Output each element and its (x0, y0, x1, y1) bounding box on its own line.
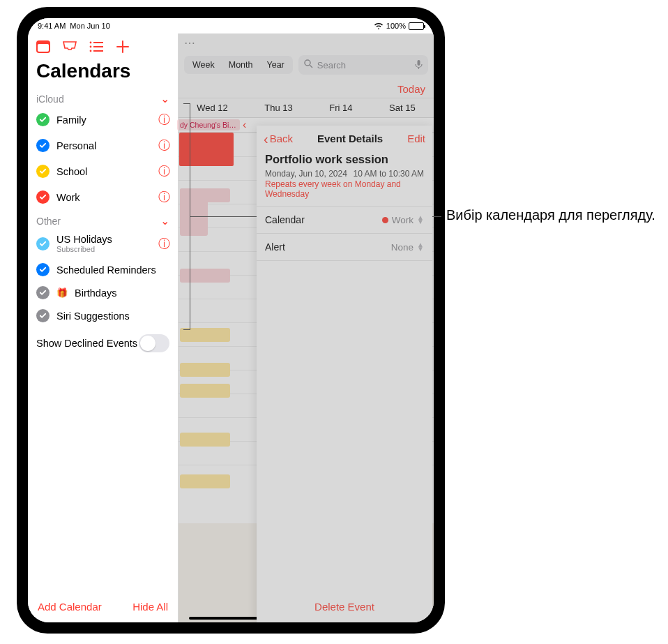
check-icon (36, 139, 50, 152)
gift-icon: 🎁 (56, 287, 68, 298)
seg-month[interactable]: Month (222, 57, 260, 73)
chevron-left-icon: ‹ (240, 119, 249, 131)
calendar-picker-row[interactable]: Calendar Work ▲▼ (257, 207, 432, 234)
add-icon[interactable] (114, 39, 131, 54)
info-icon[interactable]: ⓘ (157, 236, 171, 252)
event-time: 10 AM to 10:30 AM (354, 169, 424, 179)
popover-title: Event Details (317, 133, 383, 144)
main-area: ⋯ Week Month Year Search (179, 33, 434, 622)
chevron-down-icon: ⌄ (160, 214, 169, 227)
back-button[interactable]: ‹ Back (264, 133, 293, 144)
section-other[interactable]: Other ⌄ (28, 210, 178, 229)
view-segmented[interactable]: Week Month Year (184, 56, 293, 74)
today-button[interactable]: Today (397, 83, 425, 95)
callout-text: Вибір календаря для перегляду. (446, 206, 655, 225)
info-icon[interactable]: ⓘ (157, 137, 171, 153)
svg-rect-7 (93, 50, 103, 52)
status-bar: 9:41 AM Mon Jun 10 100% (28, 18, 434, 33)
check-icon (36, 286, 50, 299)
updown-icon: ▲▼ (417, 216, 424, 224)
updown-icon: ▲▼ (417, 243, 424, 251)
edit-button[interactable]: Edit (407, 133, 425, 144)
check-icon (36, 113, 50, 126)
more-icon[interactable]: ⋯ (179, 33, 434, 52)
svg-rect-1 (38, 44, 49, 52)
sidebar: Calendars iCloud ⌄ Family ⓘ Personal ⓘ (28, 33, 179, 622)
callout: Вибір календаря для перегляду. (446, 206, 655, 225)
screen: 9:41 AM Mon Jun 10 100% (28, 18, 434, 622)
calendar-color-dot (382, 217, 388, 223)
row-label: Alert (265, 241, 285, 253)
search-input[interactable]: Search (298, 55, 428, 75)
section-label: Other (36, 216, 61, 227)
check-icon (36, 165, 50, 178)
calendar-view-icon[interactable] (35, 39, 52, 54)
event-block[interactable] (180, 363, 230, 377)
calendar-item-family[interactable]: Family ⓘ (28, 107, 178, 133)
row-label: Calendar (265, 214, 305, 225)
wifi-icon (374, 22, 384, 31)
section-icloud[interactable]: iCloud ⌄ (28, 88, 178, 107)
search-icon (304, 59, 313, 70)
calendar-item-school[interactable]: School ⓘ (28, 158, 178, 184)
svg-rect-3 (93, 42, 103, 43)
cal-sub-text: Subscribed (56, 245, 150, 253)
info-icon[interactable]: ⓘ (157, 112, 171, 128)
cal-label-text: US Holidays (56, 234, 150, 245)
event-name: Portfolio work session (265, 153, 424, 169)
check-icon (36, 237, 50, 250)
calendar-item-reminders[interactable]: Scheduled Reminders (28, 258, 178, 281)
calendar-item-siri[interactable]: Siri Suggestions (28, 304, 178, 327)
seg-year[interactable]: Year (259, 57, 291, 73)
alert-picker-row[interactable]: Alert None ▲▼ (257, 234, 432, 261)
sidebar-title: Calendars (28, 56, 178, 88)
check-icon (36, 309, 50, 322)
event-block[interactable] (180, 474, 230, 488)
battery-pct: 100% (386, 22, 406, 30)
calendar-item-work[interactable]: Work ⓘ (28, 184, 178, 210)
declined-toggle-row: Show Declined Events (28, 327, 178, 359)
chevron-down-icon: ⌄ (160, 92, 169, 105)
hide-all-button[interactable]: Hide All (132, 601, 168, 613)
check-icon (36, 263, 50, 276)
svg-point-6 (90, 50, 92, 52)
svg-point-2 (90, 42, 92, 44)
day-col: Wed 12 (197, 103, 228, 113)
search-placeholder: Search (317, 60, 346, 70)
ipad-frame: 9:41 AM Mon Jun 10 100% (17, 7, 445, 634)
calendar-item-personal[interactable]: Personal ⓘ (28, 133, 178, 158)
day-col: Sat 15 (389, 103, 416, 113)
list-icon[interactable] (88, 39, 105, 54)
declined-toggle[interactable] (139, 334, 169, 352)
seg-week[interactable]: Week (185, 57, 222, 73)
status-time: 9:41 AM (38, 22, 66, 30)
event-repeat: Repeats every week on Monday and Wednesd… (265, 179, 424, 199)
add-calendar-button[interactable]: Add Calendar (38, 601, 102, 613)
inbox-icon[interactable] (61, 39, 78, 54)
callout-bracket (183, 103, 190, 330)
info-icon[interactable]: ⓘ (157, 163, 171, 179)
event-date: Monday, Jun 10, 2024 (265, 169, 347, 179)
battery-icon (409, 22, 424, 30)
event-details-popover: ‹ Back Event Details Edit Portfolio work… (257, 126, 432, 622)
event-block[interactable] (180, 328, 230, 342)
calendar-item-birthdays[interactable]: 🎁 Birthdays (28, 281, 178, 304)
day-col: Thu 13 (264, 103, 292, 113)
check-icon (36, 190, 50, 204)
event-block[interactable] (180, 433, 230, 447)
event-block[interactable] (180, 384, 230, 398)
svg-point-8 (305, 60, 310, 66)
svg-rect-9 (418, 60, 420, 66)
delete-event-button[interactable]: Delete Event (314, 601, 374, 613)
svg-rect-5 (93, 46, 103, 47)
calendar-item-holidays[interactable]: US Holidays Subscribed ⓘ (28, 229, 178, 258)
toggle-label: Show Declined Events (36, 338, 137, 349)
info-icon[interactable]: ⓘ (157, 189, 171, 205)
day-header: Wed 12 Thu 13 Fri 14 Sat 15 (179, 98, 434, 117)
row-value: Work (392, 215, 413, 225)
row-value: None (391, 242, 413, 253)
status-date: Mon Jun 10 (70, 22, 109, 30)
svg-point-4 (90, 46, 92, 48)
day-col: Fri 14 (329, 103, 352, 113)
mic-icon[interactable] (415, 59, 423, 71)
